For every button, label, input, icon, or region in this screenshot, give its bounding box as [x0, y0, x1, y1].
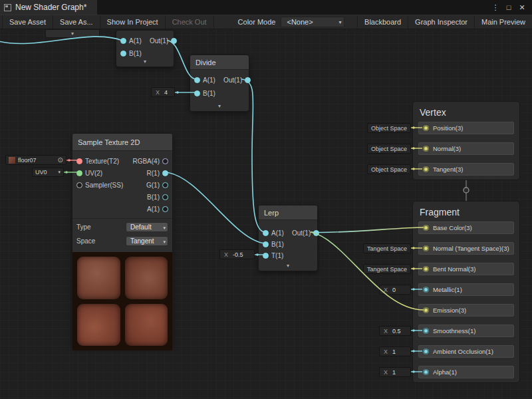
node-title[interactable]: Divide: [190, 55, 249, 70]
vertex-normal-row[interactable]: Normal(3): [418, 142, 514, 155]
node-title[interactable]: Sample Texture 2D: [72, 134, 172, 151]
normal-port[interactable]: [423, 245, 429, 251]
lerp-output-out[interactable]: Out(1): [288, 228, 323, 237]
port-dot[interactable]: [162, 170, 168, 176]
node-lerp[interactable]: Lerp A(1) B(1) T(1): [258, 205, 318, 271]
normal-port[interactable]: [423, 146, 429, 152]
port-dot[interactable]: [171, 38, 177, 44]
port-dot[interactable]: [263, 253, 269, 259]
uv-channel-dropdown[interactable]: UV0 ▾: [32, 168, 64, 177]
port-dot[interactable]: [194, 90, 200, 96]
normal-space-widget[interactable]: Tangent Space: [363, 243, 411, 253]
field-value[interactable]: 1: [392, 348, 396, 355]
bent-normal-space-widget[interactable]: Tangent Space: [363, 264, 411, 274]
save-as-button[interactable]: Save As...: [53, 15, 100, 29]
smoothness-port[interactable]: [423, 328, 429, 334]
node-divide[interactable]: Divide A(1) B(1) Out(1): [190, 55, 249, 112]
field-value[interactable]: 0.5: [392, 328, 401, 334]
divide-input-b[interactable]: B(1): [190, 88, 219, 98]
normal-tangent-space-row[interactable]: Normal (Tangent Space)(3): [418, 242, 514, 255]
lerp-input-b[interactable]: B(1): [259, 239, 288, 249]
port-dot[interactable]: [120, 38, 126, 44]
position-space-widget[interactable]: Object Space: [367, 123, 411, 133]
math-input-b[interactable]: B(1): [116, 49, 146, 58]
fragment-context-node[interactable]: Fragment Base Color(3) Normal (Tangent S…: [412, 201, 520, 383]
port-dot[interactable]: [76, 182, 82, 188]
bent-normal-port[interactable]: [423, 266, 429, 272]
show-in-project-button[interactable]: Show In Project: [100, 15, 166, 29]
metallic-value-field[interactable]: X 0: [379, 285, 411, 295]
port-dot[interactable]: [162, 206, 168, 212]
smoothness-value-field[interactable]: X 0.5: [379, 326, 411, 336]
graph-inspector-toggle-button[interactable]: Graph Inspector: [408, 15, 474, 29]
ambient-occlusion-value-field[interactable]: X 1: [379, 346, 411, 356]
sample-output-b[interactable]: B(1): [128, 192, 172, 201]
port-dot[interactable]: [120, 51, 126, 57]
maximize-icon[interactable]: □: [503, 3, 515, 11]
normal-space-widget[interactable]: Object Space: [367, 144, 411, 154]
port-dot[interactable]: [194, 77, 200, 83]
tangent-space-widget[interactable]: Object Space: [367, 164, 411, 174]
field-value[interactable]: 4: [164, 89, 168, 96]
divide-input-a[interactable]: A(1): [190, 75, 219, 84]
port-dot[interactable]: [245, 77, 251, 83]
emission-row[interactable]: Emission(3): [418, 304, 514, 317]
port-dot[interactable]: [263, 241, 269, 247]
lerp-input-a[interactable]: A(1): [259, 228, 288, 237]
node-math-partial[interactable]: A(1) B(1) Out(1) ▾: [116, 30, 174, 67]
sample-output-rgba[interactable]: RGBA(4): [128, 156, 172, 166]
space-dropdown[interactable]: Tangent ▾: [126, 236, 168, 246]
port-dot[interactable]: [313, 230, 319, 236]
math-input-a[interactable]: A(1): [116, 36, 146, 45]
node-title[interactable]: Lerp: [259, 205, 317, 220]
collapse-preview-chevron[interactable]: ▾: [117, 57, 173, 66]
main-preview-toggle-button[interactable]: Main Preview: [474, 15, 532, 29]
metallic-port[interactable]: [423, 287, 429, 293]
field-value[interactable]: 0: [392, 287, 396, 293]
collapse-preview-chevron[interactable]: ▾: [191, 102, 248, 110]
texture-asset-field[interactable]: floor07 ⊙: [5, 155, 66, 165]
field-value[interactable]: 1: [392, 369, 396, 376]
lerp-input-t[interactable]: T(1): [259, 251, 288, 260]
sample-input-uv[interactable]: UV(2): [72, 168, 127, 178]
divide-b-value-field[interactable]: X 4: [151, 87, 175, 97]
metallic-row[interactable]: Metallic(1): [418, 283, 514, 296]
base-color-row[interactable]: Base Color(3): [418, 221, 514, 234]
sample-input-sampler[interactable]: Sampler(SS): [72, 180, 127, 190]
vertex-position-row[interactable]: Position(3): [418, 122, 514, 134]
save-asset-button[interactable]: Save Asset: [2, 15, 53, 29]
node-sample-texture-2d[interactable]: Sample Texture 2D Texture(T2) UV(2) Samp…: [72, 133, 173, 347]
port-dot[interactable]: [162, 194, 168, 200]
ambient-occlusion-row[interactable]: Ambient Occlusion(1): [418, 345, 514, 358]
vertex-context-node[interactable]: Vertex Position(3) Normal(3) Tangent(3): [412, 101, 520, 180]
chevron-down-icon[interactable]: ▾: [71, 31, 74, 37]
color-mode-dropdown[interactable]: <None> ▾: [281, 17, 344, 27]
math-output-out[interactable]: Out(1): [146, 36, 181, 45]
sample-output-a[interactable]: A(1): [128, 204, 172, 213]
alpha-port[interactable]: [423, 369, 429, 375]
base-color-port[interactable]: [423, 225, 429, 231]
alpha-value-field[interactable]: X 1: [379, 367, 411, 377]
close-icon[interactable]: ✕: [516, 3, 528, 12]
stack-connector-dot[interactable]: [464, 188, 469, 193]
emission-port[interactable]: [423, 307, 429, 313]
sample-output-g[interactable]: G(1): [128, 180, 172, 190]
sample-output-r[interactable]: R(1): [128, 168, 172, 178]
port-dot[interactable]: [162, 158, 168, 164]
window-menu-icon[interactable]: ⋮: [489, 3, 501, 12]
graph-canvas[interactable]: ▾ A(1) B(1) Out(1): [0, 0, 532, 399]
port-dot[interactable]: [263, 230, 269, 236]
vertex-tangent-row[interactable]: Tangent(3): [418, 163, 514, 176]
collapse-preview-chevron[interactable]: ▾: [259, 261, 317, 270]
wire-lerp-to-basecolor[interactable]: [311, 227, 424, 233]
port-dot[interactable]: [76, 158, 82, 164]
collapsed-node-bar[interactable]: ▾: [45, 29, 100, 38]
window-tab[interactable]: New Shader Graph*: [0, 0, 97, 15]
sample-input-texture[interactable]: Texture(T2): [72, 156, 127, 166]
port-dot[interactable]: [76, 170, 82, 176]
divide-output-out[interactable]: Out(1): [219, 75, 255, 84]
alpha-row[interactable]: Alpha(1): [418, 366, 514, 378]
port-dot[interactable]: [162, 182, 168, 188]
ambient-occlusion-port[interactable]: [423, 348, 429, 354]
blackboard-toggle-button[interactable]: Blackboard: [357, 15, 408, 29]
